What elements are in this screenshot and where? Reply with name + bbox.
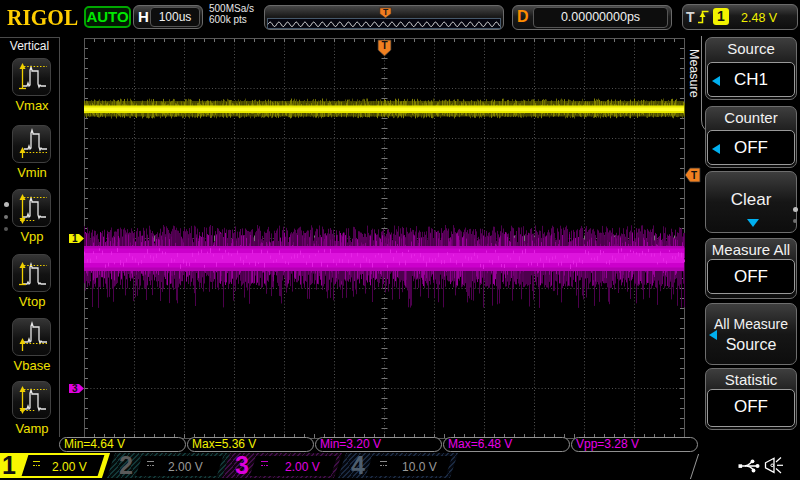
svg-text:3: 3 <box>72 383 78 394</box>
svg-text:T: T <box>381 40 387 51</box>
svg-text:1: 1 <box>72 233 78 244</box>
svg-text:T: T <box>691 170 697 181</box>
